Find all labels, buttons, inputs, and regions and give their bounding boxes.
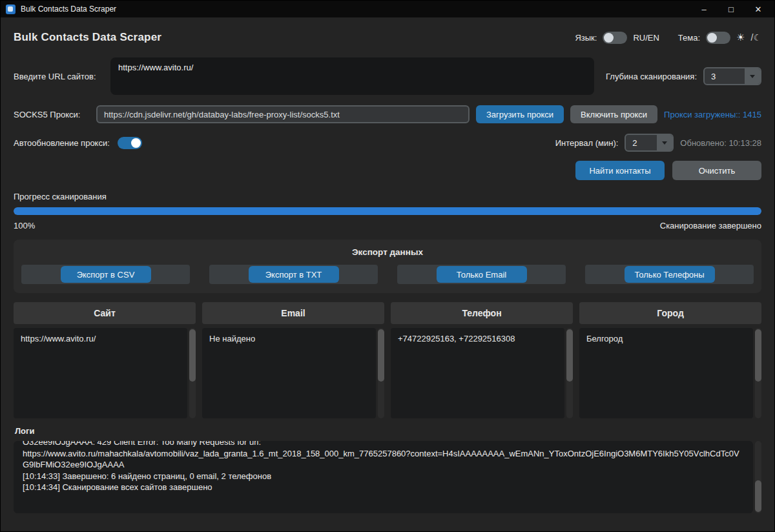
page-title: Bulk Contacts Data Scraper — [14, 31, 161, 44]
proxy-url-input[interactable] — [96, 105, 470, 123]
progress-fill — [14, 207, 761, 215]
load-proxy-button[interactable]: Загрузить прокси — [476, 105, 564, 123]
logs-textbox[interactable]: O32ee9IOJgAAAA: 429 Client Error: Too Ma… — [14, 441, 753, 513]
scrollbar[interactable] — [378, 328, 384, 418]
column-content[interactable]: Не найдено — [202, 328, 376, 418]
proxy-status: Прокси загружены:: 1415 — [664, 110, 761, 119]
column-header: Город — [579, 302, 761, 324]
updated-timestamp: Обновлено: 10:13:28 — [680, 138, 761, 148]
scrollbar-thumb[interactable] — [566, 329, 573, 382]
export-title: Экспорт данных — [21, 247, 754, 257]
toggle-knob — [604, 33, 614, 43]
column-content[interactable]: https://www.avito.ru/ — [14, 328, 187, 418]
proxy-label: SOCKS5 Прокси: — [14, 110, 90, 119]
scrollbar-thumb[interactable] — [755, 480, 761, 512]
progress-percent: 100% — [14, 221, 35, 230]
column-header: Сайт — [14, 302, 196, 324]
column-header: Email — [202, 302, 384, 324]
autorefresh-toggle[interactable] — [118, 137, 142, 149]
enable-proxy-button[interactable]: Включить прокси — [570, 105, 657, 123]
close-button[interactable]: ✕ — [745, 1, 772, 17]
moon-icon: /☾ — [751, 32, 761, 43]
chevron-down-icon — [750, 75, 755, 78]
column-content[interactable]: +74722925163, +72292516308 — [391, 328, 564, 418]
sun-icon: ☀ — [736, 32, 745, 43]
theme-label: Тема: — [678, 33, 700, 43]
theme-toggle[interactable] — [706, 32, 730, 44]
export-panel: Экспорт данных Экспорт в CSV Экспорт в T… — [14, 240, 761, 293]
app-window: Bulk Contacts Data Scraper – □ ✕ Bulk Co… — [0, 0, 775, 532]
export-strip: Только Телефоны — [585, 265, 754, 284]
scrollbar-thumb[interactable] — [378, 329, 384, 382]
find-contacts-button[interactable]: Найти контакты — [575, 161, 665, 180]
results-table: Сайт https://www.avito.ru/ Email Не найд… — [14, 302, 761, 418]
logs-scrollbar[interactable] — [755, 441, 761, 513]
depth-combobox[interactable]: 3 — [703, 67, 761, 85]
language-toggle[interactable] — [603, 32, 627, 44]
results-column-city: Город Белгород — [579, 302, 761, 418]
url-section: Введите URL сайтов: https://www.avito.ru… — [14, 57, 761, 95]
url-input[interactable]: https://www.avito.ru/ — [110, 57, 594, 95]
depth-label: Глубина сканирования: — [606, 72, 697, 81]
depth-value: 3 — [705, 68, 745, 84]
log-line: O32ee9IOJgAAAA: 429 Client Error: Too Ma… — [23, 441, 744, 448]
toggle-knob — [707, 33, 717, 43]
proxy-section: SOCKS5 Прокси: Загрузить прокси Включить… — [14, 105, 761, 123]
progress-section: Прогресс сканирования 100% Сканирование … — [14, 192, 761, 230]
clear-button[interactable]: Очистить — [672, 161, 761, 180]
logs-label: Логи — [15, 426, 761, 436]
scrollbar-thumb[interactable] — [189, 329, 196, 382]
export-phones-only-button[interactable]: Только Телефоны — [625, 266, 715, 283]
language-label: Язык: — [575, 33, 597, 43]
app-icon — [6, 5, 16, 14]
progress-label: Прогресс сканирования — [14, 192, 761, 201]
log-line: [10:14:33] Завершено: 6 найдено страниц,… — [23, 471, 744, 482]
export-strip: Экспорт в CSV — [21, 265, 190, 284]
maximize-button[interactable]: □ — [718, 1, 745, 17]
interval-dropdown-button[interactable] — [657, 135, 672, 150]
interval-combobox[interactable]: 2 — [625, 134, 674, 152]
language-value: RU/EN — [633, 33, 659, 43]
results-column-phone: Телефон +74722925163, +72292516308 — [391, 302, 573, 418]
url-label: Введите URL сайтов: — [14, 72, 110, 81]
progress-bar — [14, 207, 761, 215]
logs-section: Логи O32ee9IOJgAAAA: 429 Client Error: T… — [14, 426, 761, 513]
window-title: Bulk Contacts Data Scraper — [21, 5, 116, 14]
interval-label: Интервал (мин): — [555, 138, 619, 148]
titlebar: Bulk Contacts Data Scraper – □ ✕ — [1, 1, 774, 17]
interval-value: 2 — [626, 135, 657, 150]
actions: Найти контакты Очистить — [14, 161, 761, 180]
results-column-email: Email Не найдено — [202, 302, 384, 418]
export-strip: Только Email — [397, 265, 566, 284]
export-csv-button[interactable]: Экспорт в CSV — [61, 266, 151, 283]
minimize-button[interactable]: – — [690, 1, 718, 17]
autorefresh-label: Автообновление прокси: — [14, 138, 110, 148]
scrollbar[interactable] — [566, 328, 573, 418]
export-email-only-button[interactable]: Только Email — [437, 266, 527, 283]
autorefresh-section: Автообновление прокси: Интервал (мин): 2… — [14, 134, 761, 152]
results-column-site: Сайт https://www.avito.ru/ — [14, 302, 196, 418]
column-header: Телефон — [391, 302, 573, 324]
log-line: https://www.avito.ru/mahachkala/avtomobi… — [23, 448, 744, 471]
header: Bulk Contacts Data Scraper Язык: RU/EN Т… — [14, 26, 761, 48]
export-strip: Экспорт в TXT — [209, 265, 378, 284]
scrollbar[interactable] — [189, 328, 196, 418]
column-content[interactable]: Белгород — [579, 328, 753, 418]
export-txt-button[interactable]: Экспорт в TXT — [249, 266, 339, 283]
scrollbar-thumb[interactable] — [755, 329, 761, 382]
depth-dropdown-button[interactable] — [745, 68, 760, 84]
progress-status: Сканирование завершено — [660, 221, 761, 230]
log-line: [10:14:34] Сканирование всех сайтов заве… — [23, 482, 744, 493]
chevron-down-icon — [662, 141, 667, 145]
scrollbar[interactable] — [755, 328, 761, 418]
toggle-knob — [131, 138, 141, 148]
